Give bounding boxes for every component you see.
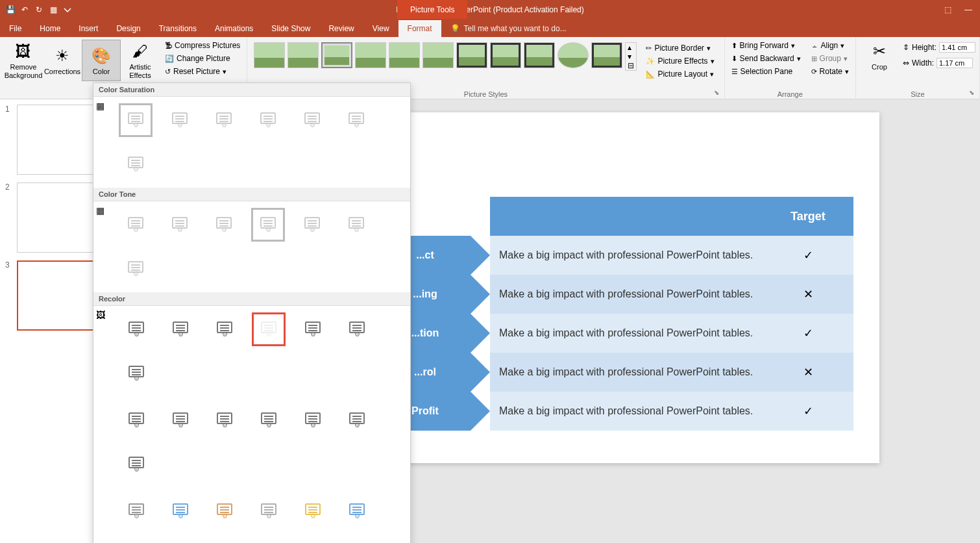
style-1[interactable] [254, 42, 285, 68]
width-label: Width: [912, 58, 934, 68]
recolor-r2-5[interactable]: ⚙ [340, 403, 374, 437]
gallery-down-icon[interactable]: ▾ [626, 52, 636, 61]
reset-picture-button[interactable]: ↺ Reset Picture ▾ [162, 66, 243, 77]
align-label: Align [821, 41, 839, 50]
tone-strip-icon: ▦ [93, 201, 107, 220]
style-9[interactable] [524, 42, 555, 68]
recolor-r1-2[interactable]: ⚙ [208, 312, 241, 346]
style-4[interactable] [355, 42, 386, 68]
tone-option-6[interactable]: ⚙ [119, 252, 153, 286]
recolor-r3-0[interactable]: ⚙ [119, 494, 153, 528]
style-2[interactable] [288, 42, 319, 68]
tab-slideshow[interactable]: Slide Show [262, 20, 319, 37]
recolor-r3-4[interactable]: ⚙ [296, 494, 330, 528]
recolor-grid-3: ⚙⚙⚙⚙⚙⚙⚙ [108, 488, 410, 543]
picture-layout-button[interactable]: 📐 Picture Layout ▾ [643, 68, 717, 80]
start-slideshow-icon[interactable]: ▦ [48, 5, 58, 15]
gallery-more-icon[interactable]: ⊟ [626, 61, 636, 70]
ribbon-options-icon[interactable]: ⬚ [944, 5, 951, 14]
picture-effects-button[interactable]: ✨ Picture Effects ▾ [643, 55, 717, 67]
redo-icon[interactable]: ↻ [34, 5, 44, 15]
color-button[interactable]: 🎨 Color [82, 40, 121, 81]
recolor-r2-3[interactable]: ⚙ [252, 403, 286, 437]
recolor-r1-6[interactable]: ⚙ [119, 357, 153, 390]
tone-option-1[interactable]: ⚙ [163, 208, 197, 242]
bring-forward-button[interactable]: ⬆ Bring Forward ▾ [729, 40, 803, 51]
saturation-option-5[interactable]: ⚙ [339, 103, 373, 137]
recolor-r2-4[interactable]: ⚙ [296, 403, 330, 437]
undo-icon[interactable]: ↶ [19, 5, 30, 15]
style-3[interactable] [321, 42, 352, 68]
style-11[interactable] [591, 42, 622, 68]
compress-pictures-button[interactable]: 🗜 Compress Pictures [162, 40, 243, 51]
tab-home[interactable]: Home [31, 20, 69, 37]
tell-me-search[interactable]: 💡 Tell me what you want to do... [441, 20, 576, 37]
recolor-r3-6[interactable]: ⚙ [119, 538, 153, 543]
saturation-option-4[interactable]: ⚙ [295, 103, 329, 137]
saturation-option-6[interactable]: ⚙ [119, 147, 153, 181]
window-controls: ⬚ — [937, 5, 980, 14]
picture-border-button[interactable]: ✏ Picture Border ▾ [643, 42, 717, 54]
recolor-r1-3[interactable]: ⚙ [252, 312, 286, 346]
style-10[interactable] [557, 42, 589, 68]
recolor-grid-1: ⚙⚙⚙⚙⚙⚙⚙ [108, 306, 410, 397]
selection-pane-button[interactable]: ☰ Selection Pane [729, 66, 803, 77]
saturation-option-2[interactable]: ⚙ [207, 103, 241, 137]
crop-button[interactable]: ✂ Crop [860, 40, 899, 73]
qat-more-icon[interactable] [62, 5, 73, 15]
recolor-r2-1[interactable]: ⚙ [164, 403, 197, 437]
recolor-r3-5[interactable]: ⚙ [340, 494, 374, 528]
recolor-r1-0[interactable]: ⚙ [119, 312, 153, 346]
artistic-effects-button[interactable]: 🖌 Artistic Effects [121, 40, 160, 81]
styles-dialog-launcher[interactable]: ⬊ [714, 89, 722, 97]
rotate-button[interactable]: ⟳ Rotate ▾ [809, 66, 851, 77]
tone-option-4[interactable]: ⚙ [295, 208, 329, 242]
saturation-option-0[interactable]: ⚙ [119, 103, 153, 137]
minimize-icon[interactable]: — [964, 5, 972, 14]
tab-view[interactable]: View [363, 20, 398, 37]
recolor-r2-6[interactable]: ⚙ [119, 448, 153, 481]
group-arrange-label: Arrange [725, 90, 855, 98]
corrections-label: Corrections [44, 68, 80, 76]
row-target: ✓ [763, 314, 853, 353]
gallery-up-icon[interactable]: ▴ [626, 43, 636, 52]
width-input[interactable] [937, 58, 973, 68]
style-8[interactable] [490, 42, 521, 68]
tab-design[interactable]: Design [107, 20, 149, 37]
tab-animations[interactable]: Animations [206, 20, 262, 37]
recolor-r3-2[interactable]: ⚙ [208, 494, 241, 528]
align-button[interactable]: ⫠ Align ▾ [809, 40, 851, 51]
saturation-option-1[interactable]: ⚙ [163, 103, 197, 137]
group-button[interactable]: ⊞ Group ▾ [809, 53, 851, 64]
tone-option-5[interactable]: ⚙ [339, 208, 373, 242]
style-7[interactable] [456, 42, 487, 68]
tab-transitions[interactable]: Transitions [150, 20, 206, 37]
saturation-option-3[interactable]: ⚙ [251, 103, 285, 137]
tab-format[interactable]: Format [398, 20, 441, 37]
recolor-r3-3[interactable]: ⚙ [252, 494, 286, 528]
recolor-r2-2[interactable]: ⚙ [208, 403, 241, 437]
send-backward-button[interactable]: ⬇ Send Backward ▾ [729, 53, 803, 64]
style-6[interactable] [423, 42, 454, 68]
color-icon: 🎨 [91, 45, 112, 66]
recolor-r3-1[interactable]: ⚙ [164, 494, 197, 528]
group-size-label: Size [856, 90, 979, 98]
recolor-r1-5[interactable]: ⚙ [340, 312, 374, 346]
size-dialog-launcher[interactable]: ⬊ [969, 89, 977, 97]
corrections-button[interactable]: ☀ Corrections [43, 40, 82, 81]
recolor-r2-0[interactable]: ⚙ [119, 403, 153, 437]
recolor-r1-4[interactable]: ⚙ [296, 312, 330, 346]
tone-option-0[interactable]: ⚙ [119, 208, 153, 242]
tab-file[interactable]: File [0, 20, 31, 37]
save-icon[interactable]: 💾 [5, 5, 16, 15]
style-5[interactable] [389, 42, 420, 68]
change-picture-button[interactable]: 🔄 Change Picture [162, 53, 243, 64]
tone-option-3[interactable]: ⚙ [251, 208, 285, 242]
recolor-r1-1[interactable]: ⚙ [164, 312, 197, 346]
remove-background-button[interactable]: 🖼 Remove Background [4, 40, 43, 81]
tone-option-2[interactable]: ⚙ [207, 208, 241, 242]
quick-access-toolbar: 💾 ↶ ↻ ▦ [0, 5, 78, 15]
height-input[interactable] [939, 42, 975, 53]
tab-review[interactable]: Review [319, 20, 363, 37]
tab-insert[interactable]: Insert [69, 20, 107, 37]
